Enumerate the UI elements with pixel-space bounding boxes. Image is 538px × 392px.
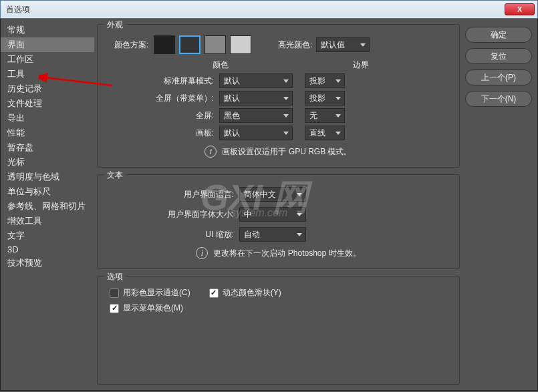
appearance-info: 画板设置仅适用于 GPU RGB 模式。	[222, 146, 352, 158]
info-icon: i	[196, 247, 208, 259]
appearance-legend: 外观	[104, 19, 126, 31]
check-channels[interactable]: 用彩色显示通道(C)	[110, 287, 190, 299]
text-row-label: 用户界面字体大小:	[107, 209, 234, 220]
mode-border-dropdown[interactable]: 直线	[305, 126, 345, 140]
sidebar-item[interactable]: 常规	[1, 23, 94, 37]
mode-color-dropdown[interactable]: 默认	[219, 73, 293, 88]
text-info: 更改将在下一次启动 Photoshop 时生效。	[213, 248, 360, 259]
sidebar-item[interactable]: 导出	[1, 111, 94, 126]
text-row-dropdown[interactable]: 简体中文	[239, 187, 306, 202]
mode-label: 画板:	[107, 128, 214, 139]
sidebar-item[interactable]: 工具	[1, 67, 94, 81]
mode-border-dropdown[interactable]: 无	[305, 108, 345, 123]
mode-border-dropdown[interactable]: 投影	[305, 73, 345, 88]
sidebar-item[interactable]: 技术预览	[1, 256, 94, 270]
mode-label: 全屏:	[107, 110, 214, 122]
sidebar-item[interactable]: 历史记录	[1, 81, 94, 96]
column-color: 颜色	[107, 59, 334, 71]
mode-color-dropdown[interactable]: 黑色	[219, 108, 293, 123]
sidebar-item[interactable]: 文件处理	[1, 96, 94, 111]
text-legend: 文本	[104, 170, 126, 181]
close-button[interactable]: X	[505, 3, 535, 15]
sidebar-item[interactable]: 性能	[1, 126, 94, 140]
window-title: 首选项	[3, 4, 30, 15]
sidebar-item[interactable]: 单位与标尺	[1, 184, 94, 199]
sidebar-item[interactable]: 界面	[1, 37, 94, 52]
sidebar-item[interactable]: 透明度与色域	[1, 170, 94, 184]
sidebar-item[interactable]: 光标	[1, 155, 94, 170]
prev-button[interactable]: 上一个(P)	[465, 69, 532, 85]
mode-border-dropdown[interactable]: 投影	[305, 91, 345, 106]
reset-button[interactable]: 复位	[465, 48, 532, 64]
titlebar: 首选项 X	[0, 0, 538, 19]
text-row-dropdown[interactable]: 中	[239, 207, 306, 222]
highlight-dropdown[interactable]: 默认值	[316, 37, 370, 52]
options-legend: 选项	[104, 271, 126, 282]
ok-button[interactable]: 确定	[465, 27, 532, 43]
text-row-label: 用户界面语言:	[107, 189, 234, 200]
sidebar: 常规界面工作区工具历史记录文件处理导出性能暂存盘光标透明度与色域单位与标尺参考线…	[1, 19, 94, 390]
color-swatch[interactable]	[230, 35, 251, 54]
column-border: 边界	[334, 59, 388, 71]
info-icon: i	[205, 146, 217, 158]
color-scheme-swatches	[154, 35, 251, 54]
mode-color-dropdown[interactable]: 默认	[219, 91, 293, 106]
text-row-dropdown[interactable]: 自动	[239, 227, 306, 242]
highlight-label: 高光颜色:	[278, 39, 312, 51]
sidebar-item[interactable]: 工作区	[1, 52, 94, 67]
next-button[interactable]: 下一个(N)	[465, 91, 532, 107]
mode-label: 标准屏幕模式:	[107, 75, 214, 87]
text-section: 文本 用户界面语言: 简体中文用户界面字体大小: 中UI 缩放: 自动 i 更改…	[97, 174, 460, 269]
check-dynamic-sliders[interactable]: 动态颜色滑块(Y)	[209, 287, 281, 299]
sidebar-item[interactable]: 增效工具	[1, 214, 94, 228]
color-swatch[interactable]	[205, 35, 226, 54]
color-swatch[interactable]	[179, 35, 200, 54]
sidebar-item[interactable]: 文字	[1, 228, 94, 243]
options-section: 选项 用彩色显示通道(C) 动态颜色滑块(Y) 显示菜单颜色(M)	[97, 276, 460, 385]
mode-label: 全屏（带菜单）:	[107, 93, 214, 104]
sidebar-item[interactable]: 3D	[1, 243, 94, 256]
color-scheme-label: 颜色方案:	[107, 39, 148, 51]
sidebar-item[interactable]: 暂存盘	[1, 140, 94, 155]
color-swatch[interactable]	[154, 35, 175, 54]
text-row-label: UI 缩放:	[107, 229, 234, 240]
appearance-section: 外观 颜色方案: 高光颜色: 默认值 颜色 边界 标准屏幕模式: 默认 投影全屏…	[97, 24, 460, 168]
mode-color-dropdown[interactable]: 默认	[219, 126, 293, 140]
check-menu-colors[interactable]: 显示菜单颜色(M)	[110, 303, 183, 314]
sidebar-item[interactable]: 参考线、网格和切片	[1, 199, 94, 214]
